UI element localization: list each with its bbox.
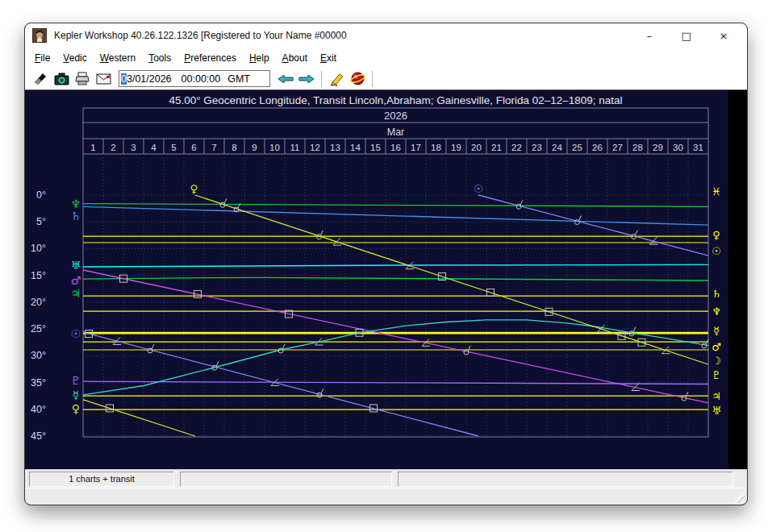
y-tick: 10° bbox=[31, 243, 46, 254]
day-label: 6 bbox=[191, 143, 196, 152]
camera-button[interactable] bbox=[51, 70, 72, 88]
day-label: 29 bbox=[653, 143, 663, 152]
print-icon bbox=[75, 72, 90, 85]
left-glyph-jupiter: ♃ bbox=[71, 287, 81, 300]
day-label: 23 bbox=[532, 143, 542, 152]
day-label: 7 bbox=[211, 143, 216, 152]
menu-exit[interactable]: Exit bbox=[314, 50, 343, 66]
close-button[interactable]: × bbox=[705, 23, 742, 48]
menu-bar: File Vedic Western Tools Preferences Hel… bbox=[25, 48, 747, 68]
window-title: Kepler Workshop 40.26.122.1326 [Register… bbox=[54, 30, 347, 41]
y-tick: 5° bbox=[36, 216, 46, 227]
menu-file[interactable]: File bbox=[28, 50, 56, 66]
status-panel-3 bbox=[398, 472, 733, 487]
right-glyph: ♆ bbox=[711, 305, 721, 318]
title-bar: Kepler Workshop 40.26.122.1326 [Register… bbox=[25, 23, 747, 48]
left-glyph-venus: ♀ bbox=[72, 402, 80, 415]
left-glyph-uranus: ♅ bbox=[71, 259, 81, 272]
day-label: 2 bbox=[111, 143, 115, 152]
email-icon bbox=[96, 73, 111, 85]
wrap-glyph-venus: ♀ bbox=[190, 182, 198, 195]
day-label: 19 bbox=[451, 143, 461, 152]
chart-panel: 45.00° Geocentric Longitude, Transit Lin… bbox=[25, 90, 747, 469]
menu-tools[interactable]: Tools bbox=[142, 50, 177, 66]
status-charts-text: 1 charts + transit bbox=[69, 474, 135, 484]
new-chart-button[interactable] bbox=[30, 70, 51, 88]
maximize-button[interactable]: □ bbox=[668, 23, 705, 48]
day-label: 27 bbox=[612, 143, 623, 152]
year-label: 2026 bbox=[384, 110, 407, 122]
day-label: 24 bbox=[552, 143, 562, 152]
timezone-value: GMT bbox=[227, 73, 250, 85]
day-label: 30 bbox=[673, 143, 683, 152]
menu-vedic[interactable]: Vedic bbox=[56, 50, 93, 66]
day-label: 1 bbox=[90, 143, 95, 152]
minimize-button[interactable]: – bbox=[631, 23, 668, 48]
menu-preferences[interactable]: Preferences bbox=[177, 50, 243, 66]
right-glyph: ☉ bbox=[711, 245, 721, 257]
day-label: 16 bbox=[390, 143, 401, 152]
day-label: 26 bbox=[592, 143, 603, 152]
date-selection: 0 bbox=[121, 73, 127, 85]
planet-tool-button[interactable] bbox=[347, 70, 368, 88]
day-label: 4 bbox=[151, 143, 156, 152]
y-tick: 40° bbox=[31, 404, 46, 415]
time-value: 00:00:00 bbox=[182, 73, 221, 85]
toolbar: 03/01/202600:00:00GMT bbox=[25, 68, 747, 90]
day-label: 22 bbox=[511, 143, 522, 152]
right-glyph: ☽ bbox=[711, 355, 721, 367]
chart-title: 45.00° Geocentric Longitude, Transit Lin… bbox=[169, 94, 622, 106]
edit-notes-icon bbox=[329, 72, 344, 86]
arrow-right-icon bbox=[298, 74, 315, 84]
email-button[interactable] bbox=[93, 70, 114, 88]
datetime-field[interactable]: 03/01/202600:00:00GMT bbox=[119, 70, 270, 87]
menu-about[interactable]: About bbox=[276, 50, 314, 66]
menu-help[interactable]: Help bbox=[243, 50, 276, 66]
planet-icon bbox=[350, 71, 365, 86]
print-button[interactable] bbox=[72, 70, 93, 88]
right-glyph: ☿ bbox=[713, 325, 720, 337]
right-glyph: ♃ bbox=[711, 390, 721, 402]
resize-grip[interactable] bbox=[734, 492, 745, 502]
status-bar: 1 charts + transit bbox=[25, 469, 747, 488]
left-glyph-sun: ☉ bbox=[71, 327, 81, 340]
day-label: 12 bbox=[310, 143, 320, 152]
app-icon bbox=[32, 28, 47, 43]
previous-day-button[interactable] bbox=[275, 70, 296, 88]
camera-icon bbox=[54, 73, 69, 85]
day-label: 17 bbox=[411, 143, 421, 152]
y-tick: 0° bbox=[36, 189, 46, 201]
menu-western[interactable]: Western bbox=[94, 50, 142, 66]
y-tick: 35° bbox=[31, 377, 46, 389]
right-glyph: ♀ bbox=[712, 229, 720, 241]
right-glyph: ♇ bbox=[711, 369, 721, 381]
wrap-glyph-sun: ☉ bbox=[474, 182, 483, 195]
day-label: 11 bbox=[290, 143, 300, 152]
new-chart-icon bbox=[33, 72, 48, 86]
transit-graph-canvas[interactable]: 45.00° Geocentric Longitude, Transit Lin… bbox=[25, 90, 728, 469]
day-label: 14 bbox=[350, 143, 361, 152]
day-label: 13 bbox=[330, 143, 340, 152]
day-label: 3 bbox=[131, 143, 136, 152]
right-glyph: ♂ bbox=[711, 341, 721, 353]
left-glyph-saturn: ♄ bbox=[71, 210, 81, 222]
day-label: 25 bbox=[572, 143, 582, 152]
month-label: Mar bbox=[387, 127, 405, 138]
day-label: 20 bbox=[471, 143, 482, 152]
next-day-button[interactable] bbox=[296, 70, 317, 88]
day-label: 8 bbox=[232, 143, 236, 152]
status-charts-panel: 1 charts + transit bbox=[29, 472, 174, 487]
y-tick: 30° bbox=[31, 350, 46, 361]
day-label: 28 bbox=[632, 143, 643, 152]
edit-notes-button[interactable] bbox=[326, 70, 347, 88]
right-glyph: ♓ bbox=[711, 185, 721, 197]
day-label: 9 bbox=[252, 143, 257, 152]
y-tick: 15° bbox=[31, 270, 46, 281]
day-label: 10 bbox=[269, 143, 280, 152]
right-glyph: ♅ bbox=[711, 405, 721, 417]
day-label: 5 bbox=[171, 143, 176, 152]
app-window: Kepler Workshop 40.26.122.1326 [Register… bbox=[24, 23, 748, 505]
right-glyph: ♄ bbox=[711, 288, 721, 300]
status-panel-2 bbox=[180, 472, 392, 487]
day-label: 18 bbox=[431, 143, 441, 152]
